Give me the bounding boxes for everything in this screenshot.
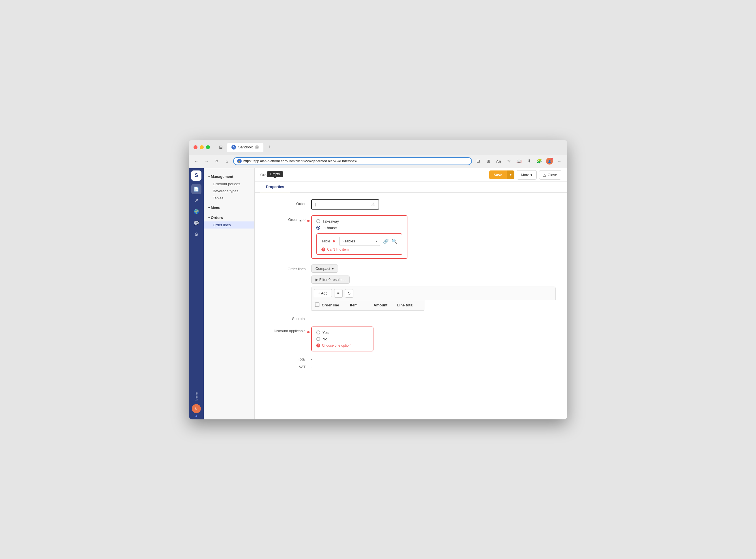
close-window-button[interactable] [193,145,197,149]
main-content: Orders Save ▾ More ▾ △ Close [255,168,567,419]
yes-label: Yes [323,331,329,335]
table-select[interactable]: › Tables ▾ [339,237,380,246]
favorites-icon[interactable]: 📖 [515,157,523,165]
cant-find-label: Can't find item [327,247,349,251]
nav-group-orders-title[interactable]: Orders [204,214,254,221]
sidebar-icon-settings[interactable]: ⚙ [191,229,202,240]
data-table: Order line Item Amount Line total [311,300,424,311]
subtotal-value: - [311,317,312,321]
takeaway-option[interactable]: Takeaway [316,219,402,223]
no-option[interactable]: No [316,337,369,341]
takeaway-radio[interactable] [316,219,320,223]
yes-option[interactable]: Yes [316,331,369,335]
nav-group-menu: Menu [204,203,254,213]
order-lines-field: Compact ▾ ▶ Filter 0 results... + Add ≡ [311,265,556,311]
order-type-label: Order type [266,215,311,222]
filter-label: ▶ Filter 0 results... [315,277,346,282]
browser-tab[interactable]: S Sandbox × [227,143,263,152]
sidebar-icon-pages[interactable]: 📄 [191,184,202,194]
no-radio[interactable] [316,337,320,341]
save-button-group[interactable]: Save ▾ [489,171,514,179]
properties-tab-container: Properties Empty [260,182,290,192]
address-bar[interactable]: 🔒 https://app.alan-platform.com/Tom/clie… [233,157,472,165]
reload-button[interactable]: ↻ [213,157,221,165]
subtotal-row: Subtotal - [266,317,556,321]
more-button[interactable]: More ▾ [517,170,537,180]
order-warning-icon: ⚠ [371,202,375,207]
nav-sidebar: Management Discount periods Beverage typ… [204,168,255,419]
sidebar-item-beverage-types[interactable]: Beverage types [204,187,254,195]
list-view-button[interactable]: ≡ [334,289,342,298]
sidebar-icon-actions[interactable]: ↗ [191,195,202,206]
sidebar-item-discount-periods[interactable]: Discount periods [204,180,254,187]
app-logo: S [191,171,202,181]
tab-manager-icon[interactable]: ⊟ [217,143,225,151]
split-view-icon[interactable]: ⊞ [485,157,492,165]
forward-button[interactable]: → [203,157,211,165]
discount-field: Yes No ! Choose one option' [311,327,556,352]
nav-group-menu-title[interactable]: Menu [204,204,254,211]
sidebar-icon-chat[interactable]: 💬 [191,218,202,228]
in-house-radio[interactable] [316,226,320,230]
order-type-box: Takeaway In-house Table [311,215,407,259]
screen-share-icon[interactable]: ⊡ [474,157,482,165]
main-header: Orders Save ▾ More ▾ △ Close [255,168,567,182]
home-button[interactable]: ⌂ [223,157,231,165]
discount-row: Discount applicable Yes No [266,327,556,352]
save-dropdown-button[interactable]: ▾ [507,171,514,179]
profile-icon[interactable]: 👤 [545,157,553,165]
close-label: Close [548,173,557,177]
vat-value: - [311,365,312,369]
table-error-message: ! Can't find item [322,247,397,251]
refresh-icon: ↻ [348,291,351,296]
new-tab-button[interactable]: + [266,143,274,151]
nav-group-management-title[interactable]: Management [204,173,254,180]
browser-more-button[interactable]: ··· [556,157,564,165]
table-dropdown-icon: ▾ [376,240,377,243]
back-button[interactable]: ← [192,157,200,165]
sidebar-item-tables[interactable]: Tables [204,195,254,202]
required-dot-discount [307,331,309,333]
reader-view-icon[interactable]: Aa [495,157,502,165]
yes-radio[interactable] [316,331,320,334]
tab-title: Sandbox [238,145,253,149]
refresh-button[interactable]: ↻ [345,289,353,298]
downloads-icon[interactable]: ⬇ [525,157,533,165]
close-button[interactable]: △ Close [539,170,561,180]
form-body: Order | ⚠ Order type [255,193,567,419]
table-error-icon: ! [322,247,325,251]
table-link-icon[interactable]: 🔗 [383,239,389,244]
url-text: https://app.alan-platform.com/Tom/client… [243,159,357,163]
order-input[interactable]: | ⚠ [311,199,379,209]
in-house-option[interactable]: In-house [316,226,402,230]
table-row-inner: Table › Tables ▾ 🔗 🔍 [322,237,397,246]
sidebar-item-order-lines[interactable]: Order lines [204,221,254,228]
close-triangle-icon: △ [543,173,546,177]
in-house-label: In-house [323,226,337,230]
tab-close-button[interactable]: × [255,145,259,149]
add-label: + Add [318,291,328,295]
sidebar-user-label: kjerner [195,392,198,401]
sidebar-user-avatar[interactable]: kj [192,404,201,413]
save-main-button[interactable]: Save [489,171,507,179]
tab-properties[interactable]: Properties [260,182,290,192]
table-search-icon[interactable]: 🔍 [392,239,397,244]
sidebar-icon-globe[interactable]: 🌍 [191,207,202,217]
filter-button[interactable]: ▶ Filter 0 results... [311,275,350,284]
add-button[interactable]: + Add [314,289,332,297]
app-window: ⊟ S Sandbox × + ← → ↻ ⌂ 🔒 https://app.al… [189,140,567,419]
more-arrow-icon: ▾ [530,173,533,177]
vat-row: VAT - [266,365,556,369]
breadcrumb: Orders [260,173,489,177]
minimize-window-button[interactable] [200,145,204,149]
compact-button[interactable]: Compact ▾ [311,265,338,273]
navbar: ← → ↻ ⌂ 🔒 https://app.alan-platform.com/… [189,155,567,168]
bookmark-icon[interactable]: ☆ [505,157,513,165]
order-lines-label: Order lines [266,265,311,271]
order-field: | ⚠ [311,199,556,209]
select-all-checkbox[interactable] [315,303,322,308]
discount-error: ! Choose one option' [316,343,369,348]
extensions-icon[interactable]: 🧩 [535,157,543,165]
empty-tooltip: Empty [267,171,283,177]
maximize-window-button[interactable] [206,145,210,149]
